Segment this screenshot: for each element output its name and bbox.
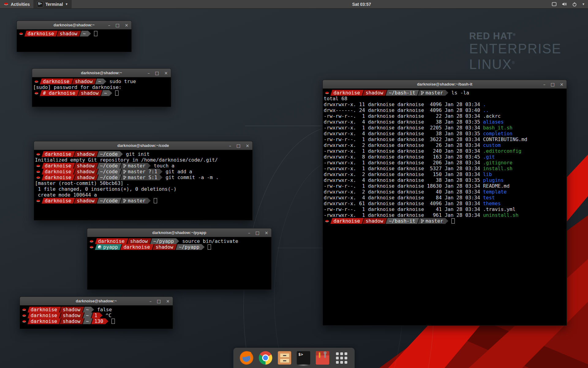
minimize-button[interactable]: – (229, 144, 231, 148)
command-text: false (97, 307, 112, 312)
window-controls: –□× (149, 297, 170, 305)
terminal-line: drwxrwxr-x. 4 darknoise darknoise 84 Jan… (324, 195, 567, 201)
ls-entry-meta: -rwxrwxr-x. 1 darknoise darknoise 240 Ja… (324, 148, 483, 154)
prompt-segment-venv: pyapp (95, 244, 122, 250)
ls-entry-meta: drwxrwxr-x. 2 darknoise darknoise 26 Jan… (324, 142, 483, 148)
dock-item-app-grid[interactable] (334, 351, 349, 365)
terminal-line: -rw-rw-r--. 1 darknoise darknoise 41 Jan… (324, 206, 567, 212)
close-button[interactable]: × (125, 23, 128, 27)
dock-item-terminal[interactable]: $> (296, 351, 311, 365)
prompt-segment-user: darknoise (95, 238, 128, 244)
output-text: create mode 100644 a (35, 192, 97, 198)
ls-entry-name: . (483, 102, 486, 107)
terminal-line: -rw-rw-r--. 1 darknoise darknoise 22 Jan… (324, 113, 567, 119)
terminal-cursor (94, 31, 97, 36)
prompt-segment-path: ~ (83, 312, 93, 318)
maximize-button[interactable]: □ (115, 23, 119, 27)
ls-entry-meta: drwxrwxr-x. 4 darknoise darknoise 38 Jan… (324, 177, 483, 183)
close-button[interactable]: × (166, 299, 170, 303)
terminal-line: drwxrwxr-x. 2 darknoise darknoise 40 Jan… (324, 189, 567, 195)
power-icon[interactable] (572, 2, 577, 7)
titlebar[interactable]: darknoise@shadow:~/bash-it–□× (323, 80, 567, 89)
terminal-line: drwxrwxr-x. 2 darknoise darknoise 150 Ja… (324, 171, 567, 177)
ls-entry-name: lib (483, 171, 492, 177)
prompt-segment-git: master S:1 (120, 174, 162, 180)
dock-item-chrome[interactable] (258, 351, 273, 365)
prompt-segment-path: ~ (101, 90, 112, 96)
prompt-segment-host: shadow (72, 79, 96, 84)
redhat-icon (4, 2, 9, 7)
dock-item-firefox[interactable] (239, 351, 254, 365)
terminal-body[interactable]: darknoiseshadow~sudo true[sudo] password… (32, 77, 171, 108)
maximize-button[interactable]: □ (157, 299, 161, 303)
titlebar[interactable]: darknoise@shadow:~–□× (17, 21, 131, 29)
close-button[interactable]: × (265, 231, 268, 235)
prompt-segment-hat (88, 238, 96, 244)
minimize-button[interactable]: – (108, 23, 110, 27)
app-menu-terminal[interactable]: $> Terminal ▼ (33, 0, 72, 8)
close-button[interactable]: × (246, 144, 249, 148)
command-text: git add a (166, 169, 192, 174)
prompt-segment-path: ~ (95, 79, 107, 84)
prompt-segment-host: shadow (60, 318, 84, 324)
terminal-body[interactable]: darknoiseshadow~/codegit initInitialized… (34, 150, 252, 221)
window-title: darknoise@shadow:~/pyapp (152, 230, 206, 235)
wrench-icon (324, 352, 326, 358)
firefox-icon (240, 351, 253, 365)
activities-label: Activities (11, 2, 30, 7)
output-text: 1 file changed, 0 insertions(+), 0 delet… (35, 186, 176, 192)
prompt-segment-hat (18, 31, 26, 36)
titlebar[interactable]: darknoise@shadow:~/code–□× (34, 141, 252, 150)
ls-entry-meta: -rw-rw-r--. 1 darknoise darknoise 18630 … (324, 183, 483, 189)
titlebar[interactable]: darknoise@shadow:~–□× (20, 297, 173, 305)
terminal-line: drwxrwxr-x. 4 darknoise darknoise 38 Jan… (324, 119, 567, 125)
prompt-segment-path: ~/code (97, 198, 122, 204)
terminal-body[interactable]: darknoiseshadow~/bash-itmasterls -latota… (323, 89, 567, 327)
terminal-line: darknoiseshadow~/codemastertouch a (35, 163, 252, 169)
command-text: git init (126, 151, 149, 157)
minimize-button[interactable]: – (543, 82, 545, 86)
prompt-segment-status: 130 (91, 318, 108, 324)
terminal-line: darknoiseshadow~ (18, 31, 131, 36)
terminal-line: -rwxrwxr-x. 1 darknoise darknoise 961 Ja… (324, 212, 567, 218)
maximize-button[interactable]: □ (551, 82, 555, 86)
terminal-line: darknoiseshadow~sudo true (33, 79, 171, 84)
prompt-segment-host: shadow (74, 169, 98, 174)
terminal-window-term-bashit: darknoise@shadow:~/bash-it–□×darknoisesh… (322, 80, 567, 326)
terminal-line: -rw-rw-r--. 1 darknoise darknoise 18630 … (324, 183, 567, 189)
ls-entry-name: plugins (483, 177, 503, 183)
minimize-button[interactable]: – (149, 299, 152, 303)
ls-entry-name: install.sh (483, 166, 512, 171)
app-grid-icon (336, 352, 347, 364)
terminal-line: drwxrwxr-x. 11 darknoise darknoise 4096 … (324, 102, 567, 107)
titlebar[interactable]: darknoise@shadow:~/pyapp–□× (87, 228, 271, 237)
display-icon[interactable] (552, 2, 557, 6)
prompt-segment-git: master ?:1 (120, 169, 162, 174)
maximize-button[interactable]: □ (255, 231, 259, 235)
minimize-button[interactable]: – (148, 71, 150, 75)
close-button[interactable]: × (164, 71, 168, 75)
terminal-line: [master (root-commit) 50bcb63] . (35, 180, 252, 186)
terminal-body[interactable]: darknoiseshadow~falsedarknoiseshadow~1^C… (20, 305, 173, 330)
clock[interactable]: Sat 03:57 (352, 2, 371, 7)
dock-item-toolbox[interactable] (315, 351, 330, 365)
ls-entry-name: bash_it.sh (483, 125, 512, 131)
terminal-line: Initialized empty Git repository in /hom… (35, 157, 252, 163)
maximize-button[interactable]: □ (155, 71, 159, 75)
titlebar[interactable]: darknoise@shadow:~–□× (32, 69, 171, 77)
minimize-button[interactable]: – (248, 231, 250, 235)
volume-icon[interactable] (562, 2, 567, 6)
prompt-segment-user: darknoise (330, 218, 364, 224)
maximize-button[interactable]: □ (236, 144, 240, 148)
dock-item-file-manager[interactable] (277, 351, 292, 365)
terminal-line: darknoiseshadow~/codemaster S:1git commi… (35, 174, 252, 180)
activities-button[interactable]: Activities (0, 0, 33, 8)
window-controls: –□× (108, 21, 128, 29)
terminal-body[interactable]: darknoiseshadow~ (17, 29, 131, 53)
chevron-down-icon[interactable]: ▼ (582, 2, 585, 6)
close-button[interactable]: × (560, 82, 564, 86)
prompt-segment-hat (33, 79, 41, 84)
toolbox-icon (316, 351, 329, 365)
ls-entry-name: template (483, 189, 507, 195)
terminal-body[interactable]: darknoiseshadow~/pyappsource bin/activat… (87, 237, 271, 291)
